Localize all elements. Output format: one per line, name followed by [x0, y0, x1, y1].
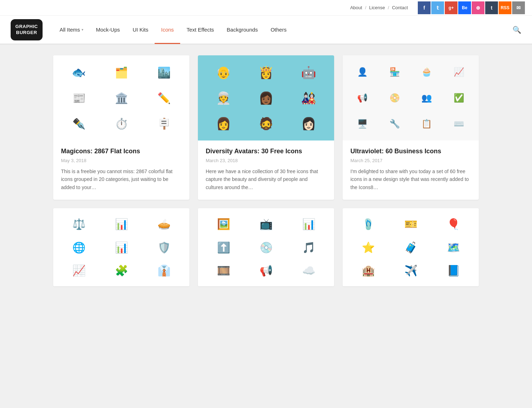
about-link[interactable]: About — [347, 5, 365, 10]
icon-woman-dark: 👩🏾 — [245, 86, 287, 110]
icon-area-chart: 📈 — [58, 260, 99, 281]
icon-globe: 🌐 — [58, 237, 99, 258]
icon-cloud: ☁️ — [288, 260, 329, 281]
icon-woman-light: 👩🏻 — [288, 111, 329, 136]
card-diversity-date: March 23, 2018 — [206, 158, 326, 163]
icon-speaker: 📢 — [245, 260, 287, 281]
icon-pie: 📀 — [379, 86, 411, 111]
icon-puzzle: 🧩 — [101, 260, 142, 281]
icon-grid-business2: ⚖️ 📊 🥧 🌐 📊 🛡️ 📈 🧩 👔 — [53, 208, 189, 286]
cards-grid: 🐟 🗂️ 🏙️ 📰 🏛️ ✏️ ✒️ ⏱️ 🪧 Magicons: 2867 F… — [53, 55, 479, 286]
icon-typewriter: ⌨️ — [443, 111, 475, 136]
icon-folders: 🗂️ — [101, 60, 142, 84]
card-diversity[interactable]: 👴 👸 🤖 👳 👩🏾 🎎 👩 🧔 👩🏻 Diversity Avatars: 3… — [198, 55, 334, 200]
icon-megaphone: 📢 — [347, 86, 378, 111]
header: GRAPHIC BURGER All Items ▾ Mock-Ups UI K… — [0, 16, 532, 44]
logo-line1: GRAPHIC — [15, 24, 38, 30]
card-ultraviolet[interactable]: 👤 🏪 🧁 📈 📢 📀 👥 ✅ 🖥️ 🔧 📋 ⌨️ Ultraviolet: 6… — [343, 55, 479, 200]
icon-support: 👤 — [347, 60, 378, 85]
nav-all-items[interactable]: All Items ▾ — [53, 16, 90, 44]
card-diversity-title: Diversity Avatars: 30 Free Icons — [206, 148, 326, 155]
dribbble-icon[interactable]: ⊛ — [472, 1, 484, 14]
card-ultraviolet-date: March 25, 2017 — [350, 158, 471, 163]
facebook-icon[interactable]: f — [418, 1, 431, 14]
twitter-icon[interactable]: 𝕥 — [431, 1, 444, 14]
icon-person-chart: 👔 — [143, 260, 184, 281]
license-link[interactable]: License — [366, 5, 388, 10]
main-nav: All Items ▾ Mock-Ups UI Kits Icons Text … — [53, 16, 521, 44]
contact-link[interactable]: Contact — [389, 5, 411, 10]
icon-shield: 🛡️ — [143, 237, 184, 258]
icon-cake: 🧁 — [411, 60, 443, 85]
card-business2[interactable]: ⚖️ 📊 🥧 🌐 📊 🛡️ 📈 🧩 👔 — [53, 208, 189, 286]
icon-grid-diversity: 👴 👸 🤖 👳 👩🏾 🎎 👩 🧔 👩🏻 — [198, 55, 334, 140]
icon-desktop: 🖥️ — [347, 111, 378, 136]
icon-beard: 🧔 — [245, 111, 287, 136]
behance-icon[interactable]: Be — [458, 1, 471, 14]
icon-fish: 🐟 — [58, 60, 99, 84]
icon-elder: 👴 — [203, 60, 244, 84]
icon-clock: ⏱️ — [101, 111, 142, 136]
icon-hotel-stars: ⭐ — [348, 237, 389, 258]
icon-flipflops: 🩴 — [348, 213, 389, 235]
icon-ticket: 🎫 — [390, 213, 431, 235]
icon-map: 🗺️ — [433, 237, 474, 258]
nav-ui-kits[interactable]: UI Kits — [126, 16, 155, 44]
icon-piechart: 🥧 — [143, 213, 184, 235]
header-divider — [0, 44, 532, 45]
nav-others[interactable]: Others — [264, 16, 293, 44]
icon-upload: ⬆️ — [203, 237, 244, 258]
icon-bank: 🏛️ — [101, 86, 142, 110]
icon-balloon: 🎈 — [433, 213, 474, 235]
icon-wrench: 🔧 — [379, 111, 411, 136]
card-media[interactable]: 🖼️ 📺 📊 ⬆️ 💿 🎵 🎞️ 📢 ☁️ — [198, 208, 334, 286]
card-travel[interactable]: 🩴 🎫 🎈 ⭐ 🧳 🗺️ 🏨 ✈️ 📘 — [343, 208, 479, 286]
icon-chart-up: 📈 — [443, 60, 475, 85]
top-bar: About / License / Contact f 𝕥 g+ Be ⊛ t … — [0, 0, 532, 16]
icon-suitcase: 🧳 — [390, 237, 431, 258]
card-ultraviolet-title: Ultraviolet: 60 Business Icons — [350, 148, 471, 155]
icon-clipboard: ✅ — [443, 86, 475, 111]
icon-motel: 🏨 — [348, 260, 389, 281]
icon-turban: 👳 — [203, 86, 244, 110]
card-magicons[interactable]: 🐟 🗂️ 🏙️ 📰 🏛️ ✏️ ✒️ ⏱️ 🪧 Magicons: 2867 F… — [53, 55, 189, 200]
card-magicons-date: May 3, 2018 — [61, 158, 182, 163]
card-ultraviolet-body: Ultraviolet: 60 Business Icons March 25,… — [343, 140, 479, 200]
logo[interactable]: GRAPHIC BURGER — [11, 19, 43, 40]
card-diversity-desc: Here we have a nice collection of 30 fre… — [206, 167, 326, 191]
icon-plane: ✈️ — [390, 260, 431, 281]
card-magicons-body: Magicons: 2867 Flat Icons May 3, 2018 Th… — [53, 140, 189, 200]
card-diversity-image: 👴 👸 🤖 👳 👩🏾 🎎 👩 🧔 👩🏻 — [198, 55, 334, 140]
nav-backgrounds[interactable]: Backgrounds — [220, 16, 264, 44]
social-icons: f 𝕥 g+ Be ⊛ t RSS ✉ — [418, 1, 525, 14]
icon-pencil: ✏️ — [143, 86, 184, 110]
gplus-icon[interactable]: g+ — [445, 1, 458, 14]
card-media-image: 🖼️ 📺 📊 ⬆️ 💿 🎵 🎞️ 📢 ☁️ — [198, 208, 334, 286]
card-business2-image: ⚖️ 📊 🥧 🌐 📊 🛡️ 📈 🧩 👔 — [53, 208, 189, 286]
icon-music-box: 🎵 — [288, 237, 329, 258]
card-travel-image: 🩴 🎫 🎈 ⭐ 🧳 🗺️ 🏨 ✈️ 📘 — [343, 208, 479, 286]
top-bar-links: About / License / Contact — [347, 5, 411, 10]
nav-text-effects[interactable]: Text Effects — [180, 16, 220, 44]
icon-landscape: 🖼️ — [203, 213, 244, 235]
icon-bars: 📊 — [288, 213, 329, 235]
icon-film: 🎞️ — [203, 260, 244, 281]
icon-newspaper: 📰 — [58, 86, 99, 110]
icon-disc: 💿 — [245, 237, 287, 258]
logo-line2: BURGER — [16, 30, 37, 36]
card-magicons-title: Magicons: 2867 Flat Icons — [61, 148, 182, 155]
nav-mockups[interactable]: Mock-Ups — [90, 16, 127, 44]
rss-icon[interactable]: RSS — [499, 1, 511, 14]
tumblr-icon[interactable]: t — [485, 1, 498, 14]
all-items-arrow: ▾ — [82, 28, 83, 32]
card-diversity-body: Diversity Avatars: 30 Free Icons March 2… — [198, 140, 334, 200]
icon-princess: 👸 — [245, 60, 287, 84]
email-icon[interactable]: ✉ — [512, 1, 525, 14]
card-ultraviolet-image: 👤 🏪 🧁 📈 📢 📀 👥 ✅ 🖥️ 🔧 📋 ⌨️ — [343, 55, 479, 140]
icon-tv: 📺 — [245, 213, 287, 235]
search-icon[interactable]: 🔍 — [512, 26, 521, 34]
icon-balance: ⚖️ — [58, 213, 99, 235]
nav-icons[interactable]: Icons — [155, 16, 180, 44]
icon-building: 🏙️ — [143, 60, 184, 84]
icon-team: 👥 — [411, 86, 443, 111]
